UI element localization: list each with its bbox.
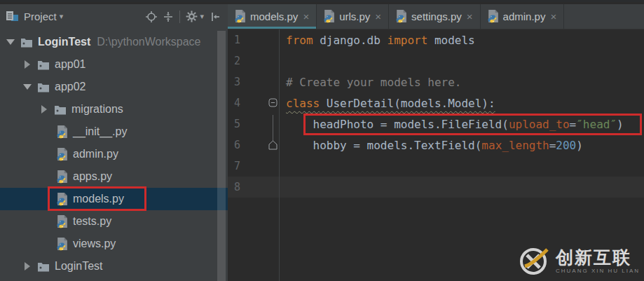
folder-icon	[20, 37, 33, 48]
folder-icon	[37, 82, 50, 92]
python-file-icon	[323, 10, 335, 23]
tab-bar: models.py×urls.py×settings.py×admin.py×	[228, 4, 644, 29]
locate-icon[interactable]	[143, 8, 160, 25]
code-text: headPhoto = models.FileField(upload_to=″…	[279, 118, 624, 131]
close-icon[interactable]: ×	[303, 11, 309, 22]
project-root-path: D:\pythonWorkspace	[97, 36, 200, 48]
python-file-icon	[56, 193, 68, 206]
tree-item-init-py[interactable]: __init__.py	[0, 121, 228, 143]
tree-item-apps-py[interactable]: apps.py	[0, 165, 228, 188]
fold-collapse-icon[interactable]	[270, 92, 279, 114]
line-number: 6	[228, 139, 270, 151]
tree-item-label: app02	[55, 81, 86, 93]
code-text: hobby = models.TextField(max_length=200)	[279, 139, 583, 152]
collapsed-arrow-icon[interactable]	[22, 261, 32, 271]
code-editor[interactable]: 1from django.db import models23# Create …	[228, 29, 644, 281]
code-line-5: 5 headPhoto = models.FileField(upload_to…	[228, 114, 644, 135]
tree-item-label: models.py	[73, 193, 124, 205]
close-icon[interactable]: ×	[375, 11, 381, 22]
tab-urls-py[interactable]: urls.py×	[317, 4, 389, 29]
tree-item-views-py[interactable]: views.py	[0, 233, 228, 255]
project-tree: LoginTestD:\pythonWorkspaceapp01app02mig…	[0, 31, 228, 281]
tab-label: settings.py	[411, 11, 462, 22]
tree-item-admin-py[interactable]: admin.py	[0, 143, 228, 165]
code-text: class UserDetail(models.Model):	[279, 97, 495, 110]
tree-item-models-py[interactable]: models.py	[0, 188, 228, 210]
editor-area: models.py×urls.py×settings.py×admin.py× …	[228, 4, 644, 281]
folder-icon	[37, 261, 50, 272]
python-file-icon	[234, 10, 246, 23]
settings-icon[interactable]	[183, 8, 200, 25]
tree-item-label: migrations	[71, 103, 123, 116]
line-number: 5	[228, 118, 270, 130]
tree-item-logintest[interactable]: LoginTest	[0, 255, 228, 277]
chevron-down-icon[interactable]: ▾	[200, 12, 204, 21]
tab-settings-py[interactable]: settings.py×	[389, 4, 480, 29]
project-panel-title: Project	[24, 11, 57, 22]
close-icon[interactable]: ×	[550, 11, 556, 22]
tree-item-app02[interactable]: app02	[0, 76, 228, 98]
line-number: 3	[228, 76, 270, 88]
line-number: 1	[228, 34, 270, 46]
python-file-icon	[56, 170, 68, 184]
pycharm-window: Project ▾ ▾	[0, 0, 644, 281]
python-file-icon	[56, 148, 68, 161]
tree-item-logintest[interactable]: LoginTestD:\pythonWorkspace	[0, 31, 228, 53]
collapsed-arrow-icon[interactable]	[39, 104, 49, 114]
tree-item-label: app01	[55, 58, 86, 71]
watermark-brand: 创新互联	[556, 248, 631, 266]
code-line-3: 3# Create your models here.	[228, 71, 644, 92]
tab-label: models.py	[250, 11, 298, 22]
python-file-icon	[395, 10, 407, 23]
tree-item-label: views.py	[73, 238, 116, 250]
tree-item-label: admin.py	[73, 148, 118, 160]
folder-icon	[37, 60, 50, 70]
collapsed-arrow-icon[interactable]	[22, 60, 32, 69]
tree-item-label: LoginTest	[55, 260, 103, 273]
tree-item-label: tests.py	[73, 215, 111, 228]
tree-item-app01[interactable]: app01	[0, 53, 228, 76]
close-icon[interactable]: ×	[467, 11, 473, 22]
code-line-2: 2	[228, 50, 644, 71]
python-file-icon	[56, 238, 68, 251]
tree-item-label: __init__.py	[73, 125, 127, 138]
tree-item-label: apps.py	[73, 170, 112, 183]
python-file-icon	[56, 215, 68, 228]
code-text: # Create your models here.	[279, 76, 461, 89]
tab-admin-py[interactable]: admin.py×	[481, 4, 565, 29]
code-line-4: 4class UserDetail(models.Model):	[228, 92, 644, 114]
line-number: 4	[228, 97, 270, 109]
python-file-icon	[487, 10, 499, 23]
line-number: 2	[228, 55, 270, 67]
gutter-divider	[279, 29, 280, 281]
watermark-logo-icon	[518, 245, 550, 277]
toolbar-divider	[179, 11, 180, 23]
folder-icon	[54, 104, 67, 115]
tab-models-py[interactable]: models.py×	[228, 4, 317, 29]
tab-label: urls.py	[339, 11, 370, 22]
expanded-arrow-icon[interactable]	[22, 82, 32, 92]
tree-item-migrations[interactable]: migrations	[0, 98, 228, 121]
line-number: 8	[228, 181, 270, 193]
project-panel: Project ▾ ▾	[0, 4, 228, 281]
project-tool-window-icon	[6, 11, 19, 22]
code-text: from django.db import models	[279, 34, 475, 47]
chevron-down-icon[interactable]: ▾	[60, 12, 64, 21]
fold-end-icon[interactable]	[270, 135, 279, 156]
tree-item-label: LoginTest	[38, 36, 90, 48]
hide-panel-icon[interactable]	[207, 8, 224, 25]
watermark: 创新互联 CHUANG XIN HU LIAN	[518, 245, 640, 277]
line-number: 7	[228, 160, 270, 172]
expanded-arrow-icon[interactable]	[6, 37, 15, 47]
code-line-7: 7	[228, 156, 644, 177]
project-tree-scrollbar[interactable]	[217, 31, 226, 281]
project-panel-header: Project ▾ ▾	[0, 4, 228, 29]
code-line-1: 1from django.db import models	[228, 29, 644, 50]
collapse-all-icon[interactable]	[160, 8, 177, 25]
python-file-icon	[56, 125, 68, 139]
code-line-6: 6 hobby = models.TextField(max_length=20…	[228, 135, 644, 156]
tree-item-tests-py[interactable]: tests.py	[0, 210, 228, 233]
watermark-subtitle: CHUANG XIN HU LIAN	[556, 268, 640, 274]
tab-label: admin.py	[503, 11, 546, 22]
code-line-8: 8	[228, 177, 644, 198]
